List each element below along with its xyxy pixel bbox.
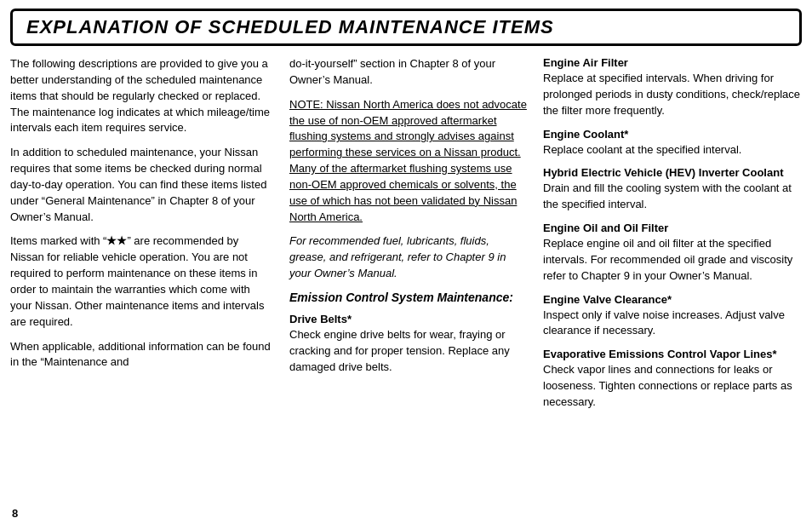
middle-column: do-it-yourself” section in Chapter 8 of … bbox=[289, 56, 528, 419]
right-item-title-5: Evaporative Emissions Control Vapor Line… bbox=[543, 348, 802, 360]
right-item-title-4: Engine Valve Clearance* bbox=[543, 293, 802, 306]
right-item-text-0: Replace at specified intervals. When dri… bbox=[543, 71, 802, 119]
page: EXPLANATION OF SCHEDULED MAINTENANCE ITE… bbox=[0, 9, 812, 518]
right-item-text-4: Inspect only if valve noise increases. A… bbox=[543, 308, 802, 340]
page-header: EXPLANATION OF SCHEDULED MAINTENANCE ITE… bbox=[10, 9, 802, 46]
italic-note: For recommended fuel, lubricants, fluids… bbox=[289, 233, 528, 282]
left-para-3: Items marked with “★★” are recommended b… bbox=[10, 233, 274, 330]
left-para-4: When applicable, additional information … bbox=[10, 339, 274, 371]
page-number: 8 bbox=[12, 507, 18, 518]
left-column: The following descriptions are provided … bbox=[10, 56, 274, 419]
right-item-title-1: Engine Coolant* bbox=[543, 128, 802, 141]
left-para-3-suffix: ” are recommended by Nissan for reliable… bbox=[10, 234, 264, 327]
right-item-title-2: Hybrid Electric Vehicle (HEV) Inverter C… bbox=[543, 166, 802, 179]
right-item-text-1: Replace coolant at the specified interva… bbox=[543, 142, 802, 158]
right-item-title-0: Engine Air Filter bbox=[543, 56, 802, 69]
right-item-text-2: Drain and fill the cooling system with t… bbox=[543, 181, 802, 213]
middle-para-1: do-it-yourself” section in Chapter 8 of … bbox=[289, 56, 528, 89]
left-para-3-prefix: Items marked with “ bbox=[10, 234, 106, 247]
right-item-text-5: Check vapor lines and connections for le… bbox=[543, 362, 802, 411]
drive-belts-title: Drive Belts* bbox=[289, 313, 528, 325]
right-item-title-3: Engine Oil and Oil Filter bbox=[543, 222, 802, 234]
left-para-2: In addition to scheduled maintenance, yo… bbox=[10, 145, 274, 225]
emission-section-title: Emission Control System Maintenance: bbox=[289, 291, 528, 304]
note-text: NOTE: Nissan North America does not advo… bbox=[289, 97, 528, 226]
page-title: EXPLANATION OF SCHEDULED MAINTENANCE ITE… bbox=[26, 16, 786, 38]
drive-belts-text: Check engine drive belts for wear, frayi… bbox=[289, 327, 528, 376]
left-para-1: The following descriptions are provided … bbox=[10, 56, 274, 136]
right-items-container: Engine Air FilterReplace at specified in… bbox=[543, 56, 802, 411]
content-area: The following descriptions are provided … bbox=[0, 56, 812, 419]
right-column: Engine Air FilterReplace at specified in… bbox=[543, 56, 802, 419]
left-para-3-bold: ★★ bbox=[106, 234, 127, 247]
right-item-text-3: Replace engine oil and oil filter at the… bbox=[543, 236, 802, 285]
